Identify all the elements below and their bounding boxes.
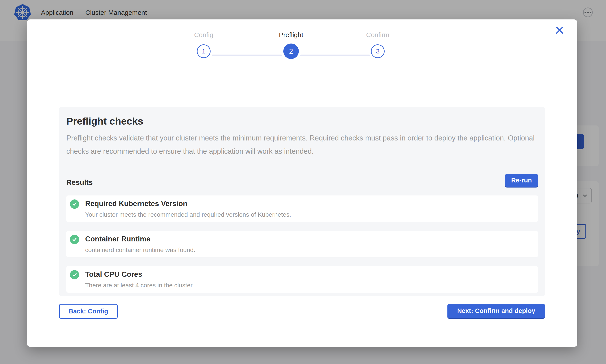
step-number-circle: 3 xyxy=(371,44,385,58)
check-result-item: Total CPU Cores There are at least 4 cor… xyxy=(66,266,538,293)
check-results-list: Required Kubernetes Version Your cluster… xyxy=(66,195,538,293)
check-result-item: Container Runtime containerd container r… xyxy=(66,231,538,257)
stepper-step-config[interactable]: Config 1 xyxy=(170,31,237,58)
close-icon[interactable] xyxy=(554,25,565,35)
step-label: Confirm xyxy=(344,31,411,41)
step-number-circle: 1 xyxy=(197,44,210,58)
check-passed-icon xyxy=(70,235,79,244)
check-title: Total CPU Cores xyxy=(85,270,194,279)
check-passed-icon xyxy=(70,270,79,279)
rerun-button[interactable]: Re-run xyxy=(505,174,538,188)
check-result-item: Required Kubernetes Version Your cluster… xyxy=(66,195,538,222)
stepper-step-confirm[interactable]: Confirm 3 xyxy=(344,31,411,58)
check-passed-icon xyxy=(70,199,79,209)
next-confirm-deploy-button[interactable]: Next: Confirm and deploy xyxy=(447,304,545,319)
check-title: Container Runtime xyxy=(85,234,195,244)
check-message: There are at least 4 cores in the cluste… xyxy=(85,282,194,289)
check-title: Required Kubernetes Version xyxy=(85,199,291,208)
preflight-description: Preflight checks validate that your clus… xyxy=(66,131,538,158)
stepper-step-preflight[interactable]: Preflight 2 xyxy=(258,31,324,59)
step-label: Config xyxy=(170,31,237,41)
check-message: Your cluster meets the recommended and r… xyxy=(85,211,291,218)
results-label: Results xyxy=(66,178,93,188)
step-label: Preflight xyxy=(258,31,324,41)
step-number-circle: 2 xyxy=(283,43,299,59)
preflight-modal: Config 1 Preflight 2 Confirm 3 Preflight… xyxy=(27,19,577,347)
preflight-panel: Preflight checks Preflight checks valida… xyxy=(59,107,545,296)
back-config-button[interactable]: Back: Config xyxy=(59,304,118,319)
page-title: Preflight checks xyxy=(66,116,538,127)
modal-footer: Back: Config Next: Confirm and deploy xyxy=(59,304,545,319)
check-message: containerd container runtime was found. xyxy=(85,247,195,254)
results-header-row: Results Re-run xyxy=(66,174,538,188)
